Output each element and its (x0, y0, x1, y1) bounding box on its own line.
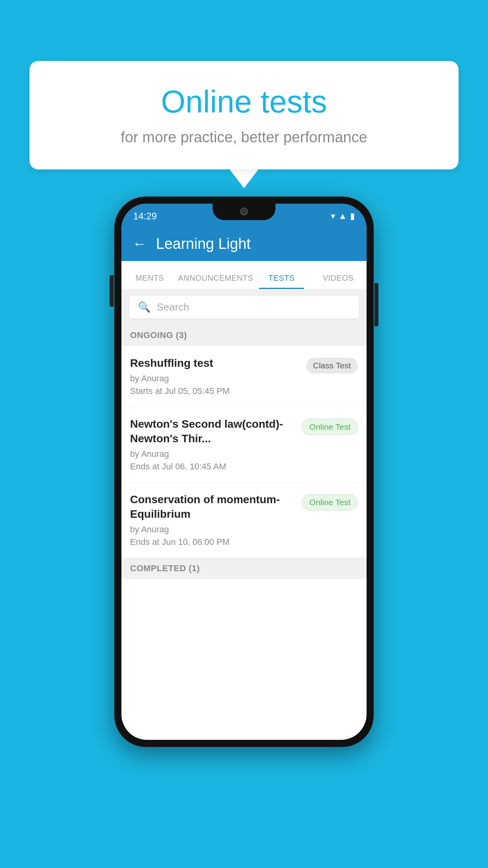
speech-bubble-arrow (229, 169, 259, 188)
phone-notch (213, 204, 275, 220)
search-input[interactable]: 🔍 Search (129, 296, 359, 318)
test-item-2[interactable]: Newton's Second law(contd)-Newton's Thir… (121, 407, 367, 482)
test-list: Reshuffling test by Anurag Starts at Jul… (121, 346, 367, 558)
completed-section-title: COMPLETED (1) (130, 563, 200, 573)
test-info-3: Conservation of momentum-Equilibrium by … (130, 493, 295, 547)
completed-section-header: COMPLETED (1) (121, 558, 367, 579)
phone-inner: 14:29 ▾ ▲ ▮ ← Learning Light MENTS ANNOU… (121, 204, 367, 740)
test-name-2: Newton's Second law(contd)-Newton's Thir… (130, 417, 295, 446)
test-name-1: Reshuffling test (130, 356, 300, 370)
speech-bubble-container: Online tests for more practice, better p… (29, 61, 459, 188)
test-time-2: Ends at Jul 06, 10:45 AM (130, 462, 295, 472)
test-badge-2: Online Test (302, 419, 358, 435)
test-info-1: Reshuffling test by Anurag Starts at Jul… (130, 356, 300, 396)
speech-bubble-subtitle: for more practice, better performance (61, 129, 427, 146)
search-placeholder: Search (157, 301, 189, 313)
test-item-3[interactable]: Conservation of momentum-Equilibrium by … (121, 482, 367, 558)
tab-tests[interactable]: TESTS (253, 274, 310, 289)
tab-announcements[interactable]: ANNOUNCEMENTS (178, 274, 253, 289)
status-icons: ▾ ▲ ▮ (331, 211, 355, 221)
signal-icon: ▲ (338, 211, 347, 221)
tab-bar: MENTS ANNOUNCEMENTS TESTS VIDEOS (121, 261, 367, 289)
back-button[interactable]: ← (132, 235, 147, 252)
test-name-3: Conservation of momentum-Equilibrium (130, 493, 295, 521)
speech-bubble-title: Online tests (61, 85, 427, 119)
battery-icon: ▮ (350, 211, 355, 221)
test-badge-3: Online Test (302, 494, 358, 511)
wifi-icon: ▾ (331, 211, 335, 221)
tab-videos[interactable]: VIDEOS (310, 274, 367, 289)
app-title: Learning Light (156, 235, 251, 252)
test-info-2: Newton's Second law(contd)-Newton's Thir… (130, 417, 295, 472)
speech-bubble: Online tests for more practice, better p… (29, 61, 459, 169)
test-badge-1: Class Test (306, 358, 358, 373)
phone-mockup: 14:29 ▾ ▲ ▮ ← Learning Light MENTS ANNOU… (114, 197, 374, 747)
test-time-1: Starts at Jul 05, 05:45 PM (130, 386, 300, 396)
app-header: ← Learning Light (121, 226, 367, 261)
phone-outer: 14:29 ▾ ▲ ▮ ← Learning Light MENTS ANNOU… (114, 197, 374, 747)
camera-notch (240, 208, 248, 215)
test-by-3: by Anurag (130, 524, 295, 535)
ongoing-section-header: ONGOING (3) (121, 325, 367, 346)
ongoing-section-title: ONGOING (3) (130, 330, 187, 340)
search-icon: 🔍 (138, 301, 150, 313)
tab-ments[interactable]: MENTS (121, 274, 178, 289)
test-by-1: by Anurag (130, 373, 300, 384)
test-by-2: by Anurag (130, 449, 295, 459)
test-time-3: Ends at Jun 10, 06:00 PM (130, 537, 295, 547)
search-container: 🔍 Search (121, 289, 367, 325)
status-time: 14:29 (133, 211, 157, 222)
test-item-1[interactable]: Reshuffling test by Anurag Starts at Jul… (121, 346, 367, 407)
